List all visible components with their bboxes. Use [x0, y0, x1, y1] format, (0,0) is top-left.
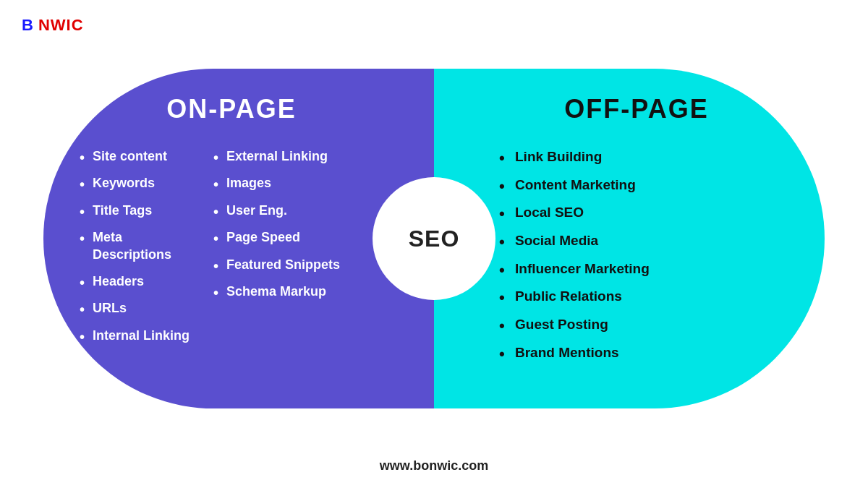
list-item: Local SEO [499, 204, 810, 222]
venn-wrapper: SEO ON-PAGE OFF-PAGE Site content Keywor… [43, 69, 825, 408]
left-content: Site content Keywords Title Tags Meta De… [58, 148, 412, 354]
list-item: Keywords [80, 175, 203, 192]
list-item: Page Speed [213, 229, 347, 246]
right-content: Link Building Content Marketing Local SE… [463, 148, 810, 372]
diagram-container: SEO ON-PAGE OFF-PAGE Site content Keywor… [36, 54, 832, 423]
list-item: Public Relations [499, 288, 810, 306]
logo-nwic: NWIC [38, 16, 84, 34]
list-item: Meta Descriptions [80, 229, 203, 263]
list-item: Schema Markup [213, 283, 347, 300]
onpage-title: ON-PAGE [43, 94, 420, 124]
list-item: Content Marketing [499, 176, 810, 194]
offpage-list: Link Building Content Marketing Local SE… [499, 148, 810, 362]
list-item: Link Building [499, 148, 810, 166]
onpage-col2-list: External Linking Images User Eng. Page S… [213, 148, 347, 300]
list-item: External Linking [213, 148, 347, 165]
list-item: Internal Linking [80, 328, 203, 344]
onpage-col1: Site content Keywords Title Tags Meta De… [58, 148, 203, 354]
footer-url: www.bonwic.com [0, 458, 868, 474]
offpage-title: OFF-PAGE [448, 94, 825, 124]
list-item: Site content [80, 148, 203, 165]
list-item: Featured Snippets [213, 257, 347, 273]
list-item: Headers [80, 273, 203, 290]
list-item: Social Media [499, 232, 810, 250]
onpage-col2: External Linking Images User Eng. Page S… [203, 148, 347, 354]
seo-label: SEO [409, 226, 460, 252]
logo: BNWIC [22, 16, 84, 35]
list-item: Images [213, 175, 347, 192]
list-item: Brand Mentions [499, 344, 810, 362]
list-item: Title Tags [80, 202, 203, 219]
list-item: Influencer Marketing [499, 260, 810, 278]
list-item: Guest Posting [499, 316, 810, 334]
logo-b: B [22, 16, 34, 34]
center-circle: SEO [373, 177, 495, 300]
list-item: URLs [80, 300, 203, 317]
list-item: User Eng. [213, 202, 347, 219]
onpage-col1-list: Site content Keywords Title Tags Meta De… [80, 148, 203, 344]
